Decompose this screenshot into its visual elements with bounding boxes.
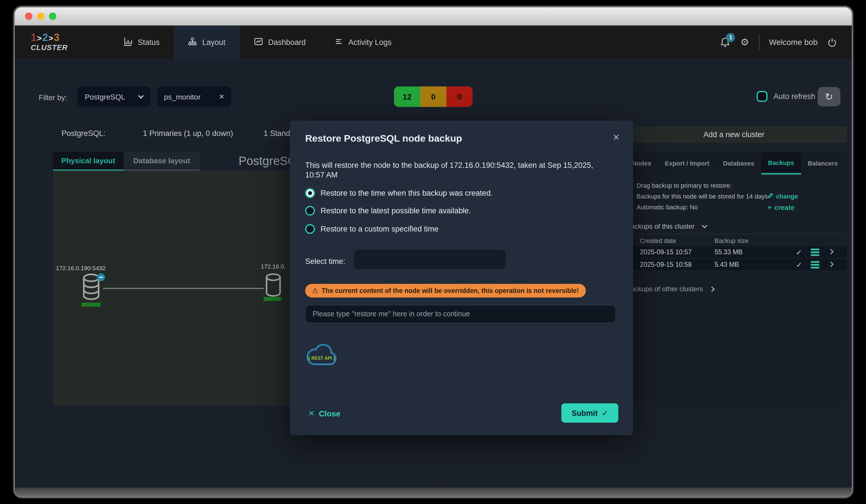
submit-button[interactable]: Submit ✓ xyxy=(562,403,618,423)
nav-tab-status[interactable]: Status xyxy=(109,26,174,59)
select-time-label: Select time: xyxy=(305,257,345,266)
node-status-bar xyxy=(264,297,281,301)
notifications-button[interactable]: 1 xyxy=(720,37,731,47)
radio-icon[interactable] xyxy=(305,206,315,216)
node-address: 172.16.0. xyxy=(261,263,286,270)
database-stack-icon xyxy=(80,273,106,302)
nav-tab-label: Layout xyxy=(202,38,225,46)
check-icon: ✓ xyxy=(796,248,802,256)
modal-title: Restore PostgreSQL node backup xyxy=(305,133,462,145)
select-time-input[interactable] xyxy=(354,249,506,270)
logo-line1: 1>2>3 xyxy=(31,33,95,43)
pencil-icon xyxy=(767,193,773,200)
cluster-search-input[interactable] xyxy=(164,92,214,101)
status-badge-ok: 12 xyxy=(394,87,420,107)
chevron-right-icon[interactable] xyxy=(828,261,834,267)
nav-tab-layout[interactable]: Layout xyxy=(174,26,240,59)
primary-node[interactable]: 172.16.0.190:5432 xyxy=(56,264,106,307)
backup-created-date: 2025-09-15 10:57 xyxy=(640,249,692,255)
settings-gear-icon[interactable]: ⚙ xyxy=(741,37,749,47)
plus-icon: + xyxy=(767,204,771,211)
option-restore-backup-time[interactable]: Restore to the time when this backup was… xyxy=(305,188,493,198)
tab-physical-layout[interactable]: Physical layout xyxy=(53,152,124,171)
change-retention-link[interactable]: change xyxy=(767,193,798,200)
backup-row[interactable]: 2025-09-15 10:57 55.33 MB ✓ xyxy=(621,246,847,258)
backups-panel: Drag backup to primary to restore: Backu… xyxy=(621,175,847,405)
tab-databases[interactable]: Databases xyxy=(716,152,761,175)
restore-backup-modal: Restore PostgreSQL node backup × This wi… xyxy=(290,121,633,435)
notification-badge: 1 xyxy=(726,33,735,42)
option-restore-custom-time[interactable]: Restore to a custom specified time xyxy=(305,224,438,234)
status-badges: 12 0 0 xyxy=(394,87,473,107)
close-x-icon: × xyxy=(309,408,314,419)
node-status-bar xyxy=(81,302,101,307)
chevron-right-icon[interactable] xyxy=(828,249,834,254)
chevron-right-icon xyxy=(709,286,715,292)
window-bottom-edge xyxy=(15,488,852,496)
screen: 1>2>3 CLUSTER Status Layout Dashboard xyxy=(0,0,866,504)
logo-subtitle: CLUSTER xyxy=(31,43,95,51)
refresh-button[interactable]: ↻ xyxy=(818,87,840,106)
row-menu-icon[interactable] xyxy=(811,249,819,256)
nav-tab-dashboard[interactable]: Dashboard xyxy=(240,26,320,59)
note-text: Automatic backup: No xyxy=(636,204,698,210)
note-text: Backups for this node will be stored for… xyxy=(636,193,768,200)
primaries-summary: 1 Primaries (1 up, 0 down) xyxy=(143,129,233,138)
backup-created-date: 2025-09-15 10:58 xyxy=(640,261,692,268)
row-menu-icon[interactable] xyxy=(811,261,819,268)
column-header-created-date: Created date xyxy=(640,237,676,244)
cluster-type-select[interactable]: PostgreSQL xyxy=(77,87,150,107)
confirm-restore-input[interactable] xyxy=(305,305,616,323)
radio-icon[interactable] xyxy=(305,224,315,234)
nav-tab-label: Status xyxy=(138,38,160,46)
rest-api-cloud-icon: { REST API } xyxy=(305,341,338,371)
create-backup-link[interactable]: + create xyxy=(767,204,795,211)
tab-database-layout[interactable]: Database layout xyxy=(124,152,200,171)
status-badge-warning: 0 xyxy=(420,87,446,107)
backup-row[interactable]: 2025-09-15 10:58 5.43 MB ✓ xyxy=(621,259,847,270)
modal-close-button[interactable]: × Close xyxy=(309,408,341,419)
divider xyxy=(621,234,847,234)
tab-backups[interactable]: Backups xyxy=(761,152,801,175)
warning-icon: ⚠ xyxy=(312,287,318,295)
auto-refresh-checkbox[interactable] xyxy=(757,91,768,102)
radio-selected-icon[interactable] xyxy=(305,188,315,198)
modal-close-icon[interactable]: × xyxy=(613,131,620,144)
chevron-down-icon xyxy=(138,93,144,99)
nav-tab-activity-logs[interactable]: Activity Logs xyxy=(320,26,406,59)
svg-text:{ REST API }: { REST API } xyxy=(308,356,335,360)
tab-balancers[interactable]: Balancers xyxy=(801,152,845,175)
welcome-text: Welcome bob xyxy=(769,37,818,47)
backups-of-this-cluster-toggle[interactable]: Backups of this cluster xyxy=(626,222,707,230)
backups-of-other-clusters-link[interactable]: Backups of other clusters xyxy=(626,285,714,293)
line-chart-icon xyxy=(254,37,263,47)
clear-search-icon[interactable]: × xyxy=(219,92,224,102)
add-cluster-button[interactable]: Add a new cluster xyxy=(621,126,847,143)
auto-refresh-control: Auto refresh xyxy=(757,91,815,102)
column-header-backup-size: Backup size xyxy=(714,237,748,244)
main-content: Filter by: PostgreSQL × 12 0 0 Auto refr… xyxy=(15,59,852,488)
zoom-window-button[interactable] xyxy=(49,12,56,20)
nav-tab-label: Activity Logs xyxy=(348,38,392,46)
check-icon: ✓ xyxy=(796,260,802,269)
nav-tab-label: Dashboard xyxy=(268,38,306,46)
status-badge-failed: 0 xyxy=(446,87,473,107)
sitemap-icon xyxy=(188,37,197,47)
list-icon xyxy=(334,37,343,47)
logout-power-icon[interactable] xyxy=(827,37,837,47)
divider xyxy=(759,35,759,49)
note-text: Drag backup to primary to restore: xyxy=(636,182,732,189)
backup-size: 55.33 MB xyxy=(714,249,742,255)
node-address: 172.16.0.190:5432 xyxy=(56,264,106,271)
backup-size: 5.43 MB xyxy=(714,261,739,268)
bar-chart-icon xyxy=(124,37,133,47)
close-window-button[interactable] xyxy=(25,12,32,20)
minimize-window-button[interactable] xyxy=(37,12,44,20)
option-restore-latest-time[interactable]: Restore to the latest possible time avai… xyxy=(305,206,471,216)
standby-node[interactable]: 172.16.0. xyxy=(261,263,286,301)
cluster-type-value: PostgreSQL xyxy=(85,92,125,101)
modal-description: This will restore the node to the backup… xyxy=(305,161,613,180)
tab-export-import[interactable]: Export / Import xyxy=(658,152,716,175)
filter-by-label: Filter by: xyxy=(39,93,67,102)
database-icon xyxy=(264,273,286,297)
